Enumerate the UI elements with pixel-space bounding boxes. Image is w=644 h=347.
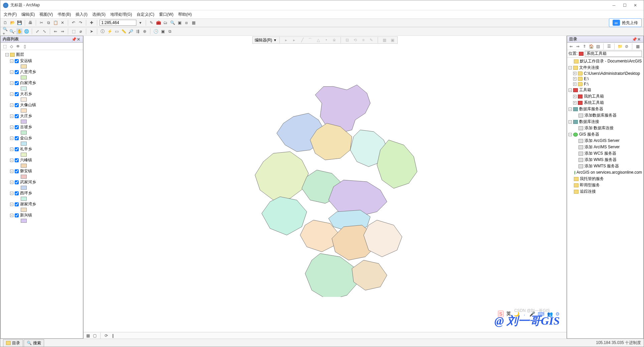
catalog-node-label[interactable]: E:\ bbox=[584, 76, 589, 81]
editor-dropdown-icon[interactable]: ▾ bbox=[274, 38, 276, 42]
layer-checkbox[interactable] bbox=[15, 81, 19, 85]
catalog-node-label[interactable]: 系统工具箱 bbox=[584, 100, 604, 106]
panel-close-icon[interactable]: ✕ bbox=[77, 37, 81, 42]
full-extent-icon[interactable]: 🌐 bbox=[23, 28, 29, 34]
home-icon[interactable]: 🏠 bbox=[589, 44, 594, 49]
time-slider-icon[interactable]: 🕓 bbox=[153, 28, 159, 34]
layer-label[interactable]: 古坡乡 bbox=[20, 124, 32, 130]
menu-item[interactable]: 选择(S) bbox=[92, 12, 106, 17]
add-data-icon[interactable]: ✚ bbox=[89, 20, 95, 26]
trace-icon[interactable]: △ bbox=[315, 37, 321, 43]
arc-segment-icon[interactable]: ⌒ bbox=[307, 37, 313, 43]
up-icon[interactable]: ⇑ bbox=[582, 44, 587, 49]
catalog-node-label[interactable]: 添加 ArcIMS Server bbox=[585, 144, 620, 150]
catalog-node-label[interactable]: 追踪连接 bbox=[580, 189, 596, 194]
delete-icon[interactable]: ✕ bbox=[59, 20, 66, 26]
fixed-zoom-out-icon[interactable]: ⤡ bbox=[41, 28, 47, 34]
layer-checkbox[interactable] bbox=[15, 202, 19, 206]
layer-swatch[interactable] bbox=[21, 131, 27, 135]
collapse-icon[interactable]: − bbox=[10, 81, 13, 85]
layer-swatch[interactable] bbox=[21, 142, 27, 146]
split-icon[interactable]: ⊟ bbox=[344, 37, 350, 43]
toggle-tree-icon[interactable]: ▤ bbox=[595, 44, 601, 49]
collapse-icon[interactable]: − bbox=[10, 126, 13, 129]
create-features-icon[interactable]: ▦ bbox=[381, 37, 387, 43]
layer-swatch[interactable] bbox=[21, 153, 27, 157]
layer-checkbox[interactable] bbox=[15, 180, 19, 184]
layer-checkbox[interactable] bbox=[15, 191, 19, 195]
list-by-visibility-icon[interactable]: 👁 bbox=[15, 44, 21, 49]
catalog-node-label[interactable]: 我托管的服务 bbox=[580, 176, 604, 182]
zoom-in-icon[interactable]: 🔍+ bbox=[2, 28, 8, 34]
catalog-node-label[interactable]: 即用型服务 bbox=[580, 182, 600, 188]
fixed-zoom-in-icon[interactable]: ⤢ bbox=[34, 28, 40, 34]
layer-checkbox[interactable] bbox=[15, 136, 19, 140]
python-icon[interactable]: ▣ bbox=[176, 20, 182, 26]
point-icon[interactable]: • bbox=[323, 37, 329, 43]
scale-dropdown-icon[interactable]: ▾ bbox=[137, 20, 143, 26]
layer-label[interactable]: 礼辛乡 bbox=[20, 146, 32, 152]
moon-icon[interactable]: 🌙 bbox=[514, 311, 519, 317]
layer-label[interactable]: 安远镇 bbox=[20, 58, 32, 64]
catalog-icon[interactable]: 🗂 bbox=[162, 20, 168, 26]
expand-icon[interactable]: + bbox=[573, 72, 576, 75]
catalog-node-label[interactable]: 工具箱 bbox=[579, 87, 591, 93]
collapse-icon[interactable]: − bbox=[5, 53, 9, 56]
identify-icon[interactable]: ⓘ bbox=[100, 28, 106, 34]
comma-icon[interactable]: ， bbox=[522, 311, 527, 317]
expand-icon[interactable]: + bbox=[573, 101, 576, 105]
map-canvas[interactable]: @ 刘一哥GIS CSDN @刘一哥GIS S 英 🌙 ， 🎤 ⌨ 👥 ⚙ bbox=[84, 44, 566, 332]
layer-label[interactable]: 大像山镇 bbox=[20, 102, 36, 108]
collapse-icon[interactable]: − bbox=[10, 148, 13, 151]
ime-lang[interactable]: 英 bbox=[506, 311, 511, 317]
layer-checkbox[interactable] bbox=[15, 114, 19, 118]
catalog-node-label[interactable]: 数据库服务器 bbox=[579, 106, 603, 112]
close-button[interactable]: ✕ bbox=[633, 3, 638, 8]
catalog-node-label[interactable]: 文件夹连接 bbox=[579, 65, 599, 70]
layer-label[interactable]: 白家湾乡 bbox=[20, 80, 36, 86]
undo-icon[interactable]: ↶ bbox=[71, 20, 77, 26]
redo-icon[interactable]: ↷ bbox=[78, 20, 84, 26]
toc-tree[interactable]: −图层−安远镇−八里湾乡−白家湾乡−大石乡−大像山镇−大庄乡−古坡乡−金山乡−礼… bbox=[1, 50, 83, 338]
expand-icon[interactable]: + bbox=[573, 77, 576, 80]
layer-swatch[interactable] bbox=[21, 208, 27, 212]
collapse-icon[interactable]: − bbox=[10, 70, 13, 74]
search-icon[interactable]: 🔍 bbox=[169, 20, 175, 26]
menu-item[interactable]: 帮助(H) bbox=[178, 12, 192, 17]
sketch-properties-icon[interactable]: ✎ bbox=[368, 37, 374, 43]
layer-swatch[interactable] bbox=[21, 219, 27, 223]
keyboard-icon[interactable]: ⌨ bbox=[538, 311, 544, 317]
layer-label[interactable]: 新兴镇 bbox=[20, 212, 32, 218]
collapse-icon[interactable]: − bbox=[10, 192, 13, 195]
layer-swatch[interactable] bbox=[21, 109, 27, 113]
modelbuilder-icon[interactable]: ⧈ bbox=[183, 20, 189, 26]
find-route-icon[interactable]: ⇶ bbox=[135, 28, 141, 34]
collapse-icon[interactable]: − bbox=[10, 115, 13, 118]
layer-checkbox[interactable] bbox=[15, 158, 19, 162]
layer-label[interactable]: 磐安镇 bbox=[20, 168, 32, 174]
html-popup-icon[interactable]: ▭ bbox=[114, 28, 120, 34]
hyperlink-icon[interactable]: ⚡ bbox=[107, 28, 113, 34]
layout-view-icon[interactable]: ▢ bbox=[92, 333, 97, 338]
connect-folder-icon[interactable]: 📁 bbox=[617, 44, 623, 49]
layer-swatch[interactable] bbox=[21, 75, 27, 79]
layer-checkbox[interactable] bbox=[15, 125, 19, 129]
layer-swatch[interactable] bbox=[21, 86, 27, 91]
cut-icon[interactable]: ✂ bbox=[38, 20, 44, 26]
catalog-node-label[interactable]: 数据库连接 bbox=[579, 119, 599, 125]
mic-icon[interactable]: 🎤 bbox=[529, 311, 535, 317]
expand-icon[interactable]: − bbox=[568, 120, 572, 124]
catalog-node-label[interactable]: 添加数据库服务器 bbox=[585, 113, 617, 118]
catalog-node-label[interactable]: 添加 WMS 服务器 bbox=[585, 157, 617, 163]
pin-icon[interactable]: 📌 bbox=[72, 37, 76, 42]
collapse-icon[interactable]: − bbox=[10, 137, 13, 140]
prev-extent-icon[interactable]: ⇐ bbox=[52, 28, 58, 34]
go-to-xy-icon[interactable]: ⊕ bbox=[142, 28, 148, 34]
cloud-upload-button[interactable]: ∞ 抢先上传 bbox=[609, 18, 642, 27]
menu-item[interactable]: 插入(I) bbox=[76, 12, 87, 17]
layer-label[interactable]: 武家河乡 bbox=[20, 179, 36, 185]
select-elements-icon[interactable]: ➤ bbox=[89, 28, 95, 34]
catalog-tree[interactable]: 默认工作目录 - Documents\ArcGIS−文件夹连接+C:\Users… bbox=[567, 57, 643, 338]
layer-swatch[interactable] bbox=[21, 164, 27, 168]
layer-swatch[interactable] bbox=[21, 64, 27, 68]
